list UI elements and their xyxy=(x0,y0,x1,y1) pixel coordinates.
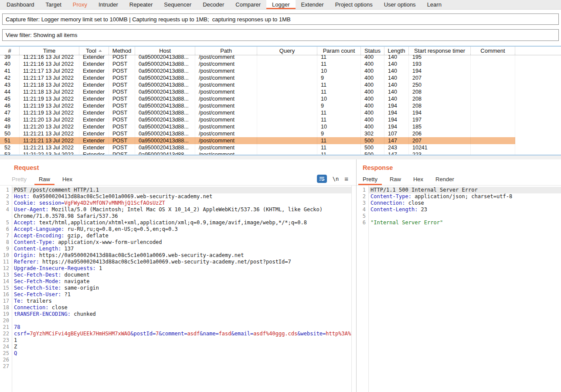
cell-path: /post/comment xyxy=(195,88,257,95)
cell-param_count: 11 xyxy=(317,88,361,95)
cell-path: /post/comment xyxy=(195,81,257,88)
cell-query xyxy=(257,61,317,68)
cell-num: 40 xyxy=(0,61,20,68)
table-row[interactable]: 4411:21:18 13 Jul 2022ExtenderPOST0a9500… xyxy=(0,88,515,95)
line-number: 12 xyxy=(0,265,12,272)
request-tab-pretty[interactable]: Pretty xyxy=(7,174,31,185)
table-row[interactable]: 4711:21:19 13 Jul 2022ExtenderPOST0a9500… xyxy=(0,109,515,116)
cell-status: 500 xyxy=(361,144,384,151)
response-tabs-row: PrettyRawHexRender xyxy=(357,174,561,186)
cell-tool: Extender xyxy=(79,123,109,130)
line-content: Content-Length: 23 xyxy=(368,206,561,213)
code-line: 27 xyxy=(0,363,351,370)
menu-tab-user-options[interactable]: User options xyxy=(378,0,422,9)
cell-length: 140 xyxy=(384,68,409,74)
cell-length: 140 xyxy=(384,61,409,68)
menu-tab-comparer[interactable]: Comparer xyxy=(230,0,266,9)
cell-comment xyxy=(471,116,515,123)
cell-param_count: 11 xyxy=(317,137,361,144)
code-line: 4User-Agent: Mozilla/5.0 (Macintosh; Int… xyxy=(0,206,351,220)
code-line: 13Sec-Fetch-Dest: document xyxy=(0,272,351,278)
cell-length: 107 xyxy=(384,130,409,137)
line-number: 4 xyxy=(0,206,12,220)
cell-status: 400 xyxy=(361,81,384,88)
line-number: 16 xyxy=(0,291,12,298)
cell-host: 0a9500020413d88... xyxy=(135,61,195,68)
cell-host: 0a9500020413d88... xyxy=(135,95,195,102)
response-tab-pretty[interactable]: Pretty xyxy=(358,174,382,185)
line-content: HTTP/1.1 500 Internal Server Error xyxy=(368,187,561,193)
table-row[interactable]: 5111:21:21 13 Jul 2022ExtenderPOST0a9500… xyxy=(0,137,515,144)
menu-tab-target[interactable]: Target xyxy=(40,0,67,9)
table-row[interactable]: 5011:21:21 13 Jul 2022ExtenderPOST0a9500… xyxy=(0,130,515,137)
menu-tab-repeater[interactable]: Repeater xyxy=(124,0,158,9)
cell-status: 400 xyxy=(361,68,384,74)
cell-tool: Extender xyxy=(79,54,109,61)
editor-menu-icon[interactable]: ≡ xyxy=(344,176,348,182)
response-tab-raw[interactable]: Raw xyxy=(385,174,405,185)
line-number: 23 xyxy=(0,337,12,344)
menu-tab-extender[interactable]: Extender xyxy=(296,0,330,9)
cell-timer: 208 xyxy=(409,102,471,109)
request-tab-hex[interactable]: Hex xyxy=(58,174,77,185)
request-tab-raw[interactable]: Raw xyxy=(34,174,54,185)
menu-tab-logger[interactable]: Logger xyxy=(266,0,295,9)
cell-comment xyxy=(471,68,515,74)
view-filter-bar[interactable]: View filter: Showing all items xyxy=(2,29,559,41)
cell-length: 194 xyxy=(384,102,409,109)
column-header-label: Method xyxy=(112,47,131,54)
menu-tab-decoder[interactable]: Decoder xyxy=(197,0,230,9)
table-row[interactable]: 4011:21:16 13 Jul 2022ExtenderPOST0a9500… xyxy=(0,61,515,68)
table-row[interactable]: 4611:21:19 13 Jul 2022ExtenderPOST0a9500… xyxy=(0,102,515,109)
cell-query xyxy=(257,68,317,74)
line-number: 7 xyxy=(0,233,12,239)
menu-tab-sequencer[interactable]: Sequencer xyxy=(158,0,197,9)
cell-length: 147 xyxy=(384,137,409,144)
cell-param_count: 11 xyxy=(317,116,361,123)
code-line: 11Referer: https://0a9500020413d88ac08c5… xyxy=(0,259,351,265)
response-tab-render[interactable]: Render xyxy=(431,174,459,185)
table-row[interactable]: 5311:21:22 13 Jul 2022ExtenderPOST0a9500… xyxy=(0,151,515,155)
response-editor[interactable]: 1HTTP/1.1 500 Internal Server Error2Cont… xyxy=(357,186,561,392)
line-content: tRANSFER-ENCODING: chunked xyxy=(12,311,351,318)
menu-tab-dashboard[interactable]: Dashboard xyxy=(1,0,40,9)
cell-method: POST xyxy=(109,109,135,116)
menu-tab-learn[interactable]: Learn xyxy=(422,0,447,9)
word-wrap-toggle-icon[interactable] xyxy=(317,175,327,183)
message-editors: Request PrettyRawHex \n ≡ 1POST /post/co… xyxy=(0,159,561,392)
cell-tool: Extender xyxy=(79,102,109,109)
line-content: Sec-Fetch-Dest: document xyxy=(12,272,351,278)
cell-length: 194 xyxy=(384,109,409,116)
table-row[interactable]: 4511:21:19 13 Jul 2022ExtenderPOST0a9500… xyxy=(0,95,515,102)
table-row[interactable]: 4911:21:20 13 Jul 2022ExtenderPOST0a9500… xyxy=(0,123,515,130)
menu-tab-proxy[interactable]: Proxy xyxy=(67,0,93,9)
code-line: 1HTTP/1.1 500 Internal Server Error xyxy=(357,187,561,193)
line-content: Cookie: session=VgFWy4D2vMfON7vMNMhjQ1Sc… xyxy=(12,200,351,206)
cell-path: /post/comment xyxy=(195,102,257,109)
cell-status: 400 xyxy=(361,95,384,102)
cell-method: POST xyxy=(109,151,135,155)
cell-param_count: 9 xyxy=(317,74,361,81)
table-row[interactable]: 4211:21:17 13 Jul 2022ExtenderPOST0a9500… xyxy=(0,74,515,81)
line-number: 1 xyxy=(357,187,368,193)
cell-comment xyxy=(471,102,515,109)
menu-tab-project-options[interactable]: Project options xyxy=(330,0,378,9)
line-number: 5 xyxy=(0,220,12,226)
cell-status: 400 xyxy=(361,116,384,123)
cell-status: 302 xyxy=(361,130,384,137)
table-row[interactable]: 4111:21:17 13 Jul 2022ExtenderPOST0a9500… xyxy=(0,68,515,74)
cell-time: 11:21:21 13 Jul 2022 xyxy=(20,144,79,151)
table-row[interactable]: 4311:21:18 13 Jul 2022ExtenderPOST0a9500… xyxy=(0,81,515,88)
response-tab-hex[interactable]: Hex xyxy=(409,174,428,185)
table-row[interactable]: 4811:21:20 13 Jul 2022ExtenderPOST0a9500… xyxy=(0,116,515,123)
cell-method: POST xyxy=(109,102,135,109)
request-editor[interactable]: 1POST /post/comment HTTP/1.12Host: 0a950… xyxy=(0,186,352,392)
table-row[interactable]: 5211:21:21 13 Jul 2022ExtenderPOST0a9500… xyxy=(0,144,515,151)
line-content: 78 xyxy=(12,324,351,331)
cell-comment xyxy=(471,137,515,144)
horizontal-splitter[interactable] xyxy=(0,155,561,159)
newline-display-icon[interactable]: \n xyxy=(333,176,339,182)
menu-tab-intruder[interactable]: Intruder xyxy=(93,0,124,9)
table-row[interactable]: 3911:21:16 13 Jul 2022ExtenderPOST0a9500… xyxy=(0,54,515,61)
capture-filter-bar[interactable]: Capture filter: Logger memory limit set … xyxy=(2,14,559,25)
